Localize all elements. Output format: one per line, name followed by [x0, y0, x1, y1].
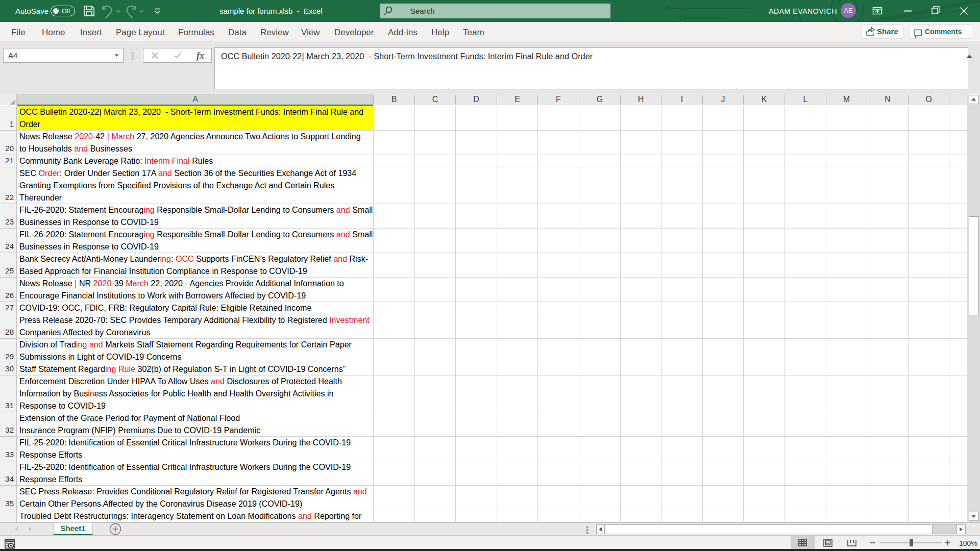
svg-text:fx: fx — [197, 51, 204, 61]
